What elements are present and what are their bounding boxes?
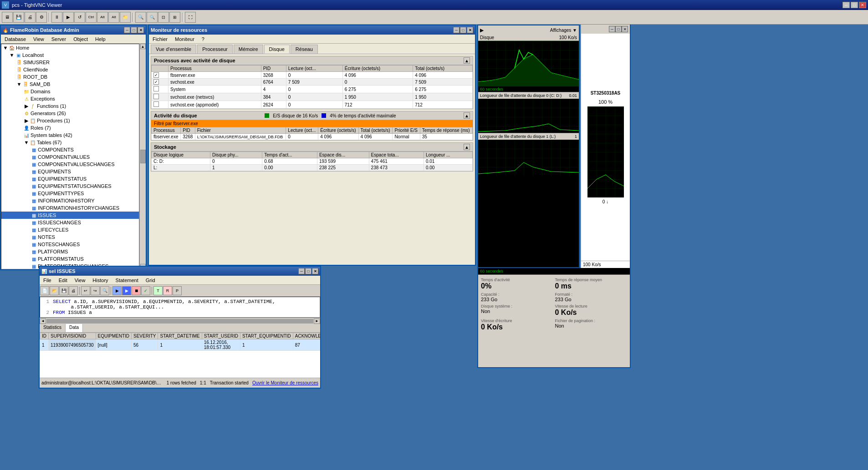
vnc-tool-zoomreset[interactable]: ⊞ [169,12,180,23]
moniteur-close[interactable]: ✕ [467,27,473,33]
sql-menu-history[interactable]: History [89,277,112,284]
tree-table-informationhistorychanges[interactable]: ▦ INFORMATIONHISTORYCHANGES [1,204,139,212]
vnc-tool-zoomin[interactable]: 🔍 [135,12,146,23]
vnc-tool-pause[interactable]: ⏸ [51,12,62,23]
res-col-severity[interactable]: SEVERITY [132,333,158,339]
vnc-tool-connect[interactable]: 🖥 [2,12,13,23]
tree-table-componentvalues[interactable]: ▦ COMPONENTVALUES [1,153,139,161]
flamerobin-menu-server[interactable]: Server [48,35,70,43]
vnc-tool-settings[interactable]: ⚙ [36,12,47,23]
sql-btn-commit[interactable]: ✓ [141,286,150,295]
sql-menu-edit[interactable]: Edit [55,277,71,284]
vnc-maximize[interactable]: □ [851,2,858,8]
sql-btn-print[interactable]: 🖨 [69,286,78,295]
tree-tables[interactable]: ▼ 📋 Tables (67) [1,139,139,146]
sql-menu-view[interactable]: View [71,277,89,284]
hscroll-thumb[interactable] [46,319,313,323]
res-col-id[interactable]: ID [40,333,49,339]
flamerobin-menu-database[interactable]: Database [1,35,30,43]
tree-table-informationhistory[interactable]: ▦ INFORMATIONHISTORY [1,197,139,204]
vnc-close[interactable]: ✕ [859,2,866,8]
flamerobin-menu-object[interactable]: Object [70,35,92,43]
stk-col-free[interactable]: Espace dis... [317,152,369,158]
col-lecture[interactable]: Lecture (oct... [286,66,342,72]
moniteur-menu-help[interactable]: ? [198,35,208,43]
sql-maximize[interactable]: □ [305,268,311,274]
sql-btn-run2[interactable]: ▶ [122,286,131,295]
sql-btn-run[interactable]: ▶ [112,286,122,295]
col-processus[interactable]: Processus [168,66,261,72]
tab-vueensemble[interactable]: Vue d'ensemble [151,45,196,54]
disk-chart-affichages[interactable]: Affichages ▼ [550,28,577,33]
tree-table-componentvalueschanges[interactable]: ▦ COMPONENTVALUESCHANGES [1,161,139,168]
tree-table-notes[interactable]: ▦ NOTES [1,233,139,241]
tree-samdb[interactable]: ▼ 🗄 SAM_DB [1,81,139,88]
sql-close[interactable]: ✕ [312,268,318,274]
vnc-tool-zoomfit[interactable]: ⊡ [158,12,169,23]
sql-btn-save[interactable]: 💾 [59,286,68,295]
flamerobin-minimize[interactable]: ─ [124,27,130,33]
tree-table-equipments[interactable]: ▦ EQUIPMENTS [1,168,139,175]
tree-expand-samdb[interactable]: ▼ [16,81,22,87]
res-col-equipment[interactable]: EQUIPMENTID [96,333,131,339]
sql-minimize[interactable]: ─ [298,268,305,274]
moniteur-maximize[interactable]: □ [460,27,466,33]
scroll-up[interactable]: ▲ [140,44,146,49]
tree-table-platforms[interactable]: ▦ PLATFORMS [1,248,139,255]
results-panel[interactable]: ID SUPERVISIONID EQUIPMENTID SEVERITY ST… [40,332,320,378]
st-maximize[interactable]: □ [615,26,622,32]
tree-procedures[interactable]: ▶ 📋 Procedures (1) [1,117,139,124]
result-tab-statistics[interactable]: Statistics [40,324,66,332]
tree-table-lifecycles[interactable]: ▦ LIFECYCLES [1,226,139,233]
tree-localhost[interactable]: ▼ ▣ Localhost [1,51,139,59]
st-minimize[interactable]: ─ [609,26,615,32]
flamerobin-menu-help[interactable]: Help [92,35,109,43]
tree-table-platformstatus[interactable]: ▦ PLATFORMSTATUS [1,255,139,263]
stockage-collapse[interactable]: ▲ [464,144,470,150]
tree-table-components[interactable]: ▦ COMPONENTS [1,146,139,153]
tree-exceptions[interactable]: ⚠ Exceptions [1,95,139,102]
vnc-tool-zoomout[interactable]: 🔍 [147,12,158,23]
flamerobin-menu-view[interactable]: View [30,35,48,43]
hscroll-left[interactable]: ◄ [40,318,46,324]
moniteur-menu-fichier[interactable]: Fichier [149,35,171,43]
stk-col-total[interactable]: Espace tota... [369,152,424,158]
sql-btn-find[interactable]: 🔍 [100,286,109,295]
tree-table-equipmentstatus[interactable]: ▦ EQUIPMENTSTATUS [1,175,139,182]
res-col-startequip[interactable]: START_EQUIPMENTID [240,333,293,339]
tree-home[interactable]: ▼ 🏠 Home [1,44,139,51]
stk-col-physical[interactable]: Disque phy... [210,152,262,158]
tree-systables[interactable]: 📊 System tables (42) [1,131,139,139]
sql-menu-grid[interactable]: Grid [142,277,159,284]
tree-domains[interactable]: 📁 Domains [1,88,139,95]
vnc-tool-refresh[interactable]: ↺ [74,12,85,23]
sql-editor-area[interactable]: 1 SELECT a.ID, a.SUPERVISIONID, a.EQUIPM… [40,297,320,318]
row-check-2[interactable] [153,79,159,85]
res-col-startdt[interactable]: START_DATETIME [158,333,202,339]
tree-roles[interactable]: 👤 Roles (7) [1,124,139,131]
vnc-minimize[interactable]: ─ [842,2,850,8]
act-col-total[interactable]: Total (octets/s) [358,127,393,134]
tab-memoire[interactable]: Mémoire [234,45,263,54]
act-col-ecriture[interactable]: Écriture (octets/s) [318,127,358,134]
tab-reseau[interactable]: Réseau [291,45,318,54]
tab-processeur[interactable]: Processeur [197,45,233,54]
vnc-tool-ctrl[interactable]: Ctrl [86,12,97,23]
tree-scrollbar[interactable]: ▲ ▼ [139,44,146,269]
col-total[interactable]: Total (octets/s) [413,66,473,72]
tree-table-issues[interactable]: ▦ ISSUES [1,212,139,219]
sql-btn-rollback[interactable]: R [163,286,172,295]
moniteur-menu-moniteur[interactable]: Moniteur [171,35,198,43]
sql-btn-tx[interactable]: T [153,286,163,295]
tree-expand-home[interactable]: ▼ [2,45,9,51]
res-col-startuser[interactable]: START_USERID [202,333,240,339]
monitor-link[interactable]: Ouvrir le Moniteur de ressources [252,380,318,385]
sql-hscroll[interactable]: ◄ ► [40,318,320,324]
row-check-5[interactable] [153,101,159,107]
vnc-tool-alt[interactable]: Alt [97,12,108,23]
res-col-acknowledg[interactable]: ACKNOWLEDG [293,333,320,339]
tree-table-noteschanges[interactable]: ▦ NOTESCHANGES [1,241,139,248]
tree-simusrer[interactable]: 🗄 SIMUSRER [1,59,139,66]
tree-table-equipmentstatuschanges[interactable]: ▦ EQUIPMENTSTATUSCHANGES [1,182,139,190]
col-pid[interactable]: PID [261,66,286,72]
